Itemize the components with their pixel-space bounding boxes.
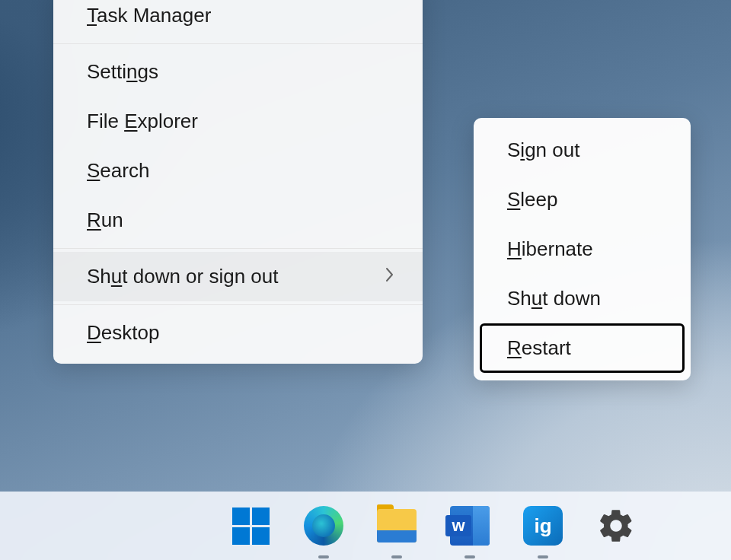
taskbar-running-indicator [318,555,329,558]
menu-item-label: File Explorer [87,110,198,133]
submenu-item-sign-out[interactable]: Sign out [480,126,685,175]
taskbar: w ig [0,492,731,560]
submenu-item-shut-down[interactable]: Shut down [480,274,685,323]
menu-item-label: Search [87,159,149,183]
taskbar-running-indicator [538,555,548,558]
taskbar-start-button[interactable] [228,504,273,548]
taskbar-ig-button[interactable]: ig [521,504,565,548]
menu-divider [53,304,423,305]
menu-item-label: Settings [87,60,158,84]
menu-item-task-manager[interactable]: Task Manager [53,0,423,40]
submenu-item-hibernate[interactable]: Hibernate [480,224,685,274]
taskbar-edge-button[interactable] [302,504,346,548]
edge-icon [304,506,343,546]
winx-menu: Task Manager Settings File Explorer Sear… [53,0,423,364]
menu-divider [53,248,423,249]
ig-app-icon: ig [523,506,563,546]
menu-item-desktop[interactable]: Desktop [53,308,423,358]
menu-item-shut-down-or-sign-out[interactable]: Shut down or sign out [53,252,423,301]
gear-icon [596,506,636,546]
menu-item-label: Shut down or sign out [87,265,279,288]
menu-item-label: Desktop [87,321,159,345]
submenu-item-restart[interactable]: Restart [480,323,685,373]
menu-item-run[interactable]: Run [53,196,423,245]
word-icon: w [450,506,490,546]
folder-icon [377,509,417,542]
submenu-item-label: Sleep [507,188,558,211]
menu-item-file-explorer[interactable]: File Explorer [53,97,423,146]
taskbar-word-button[interactable]: w [448,504,492,548]
windows-start-icon [232,508,270,545]
menu-item-label: Task Manager [87,4,211,27]
power-submenu: Sign out Sleep Hibernate Shut down Resta… [474,118,691,380]
menu-item-settings[interactable]: Settings [53,47,423,97]
chevron-right-icon [385,266,395,288]
menu-item-label: Run [87,208,123,232]
menu-item-search[interactable]: Search [53,146,423,196]
taskbar-settings-button[interactable] [594,504,638,548]
submenu-item-sleep[interactable]: Sleep [480,175,685,224]
taskbar-file-explorer-button[interactable] [375,504,419,548]
submenu-item-label: Shut down [507,287,601,310]
submenu-item-label: Sign out [507,138,579,161]
taskbar-running-indicator [464,555,475,558]
taskbar-running-indicator [391,555,402,558]
submenu-item-label: Restart [507,336,571,359]
menu-divider [53,43,423,44]
submenu-item-label: Hibernate [507,237,593,260]
